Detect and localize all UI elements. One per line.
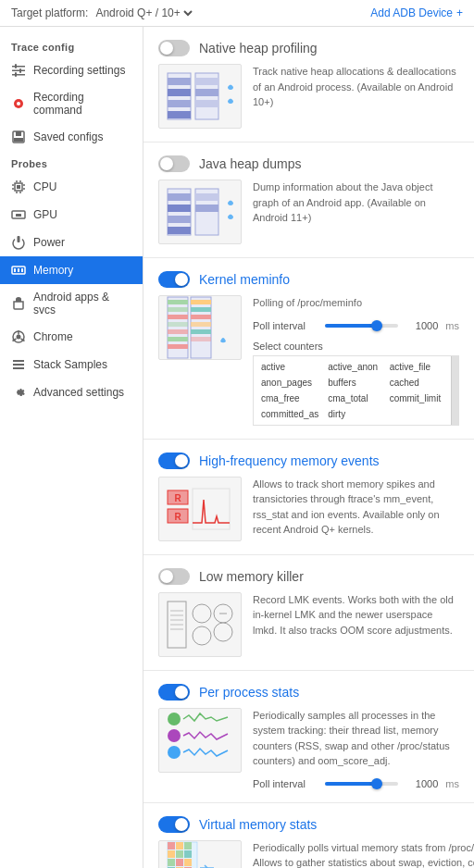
memory-icon — [11, 263, 26, 278]
counter-dirty[interactable]: dirty — [324, 407, 383, 421]
sidebar-item-memory[interactable]: Memory — [0, 256, 143, 284]
kernel-meminfo-description: Polling of /proc/meminfo — [253, 295, 459, 311]
svg-rect-9 — [16, 131, 21, 136]
sidebar-item-stack-samples[interactable]: Stack Samples — [0, 351, 143, 378]
svg-text:R: R — [174, 493, 181, 503]
gear-icon — [11, 385, 26, 400]
sidebar-item-gpu[interactable]: GPU — [0, 201, 143, 229]
poll-value: 1000 — [405, 320, 438, 331]
probe-low-memory-killer: Low memory killer — [143, 555, 474, 671]
content-row: Periodically polls virtual memory stats … — [158, 840, 459, 869]
native-heap-toggle[interactable] — [158, 40, 190, 56]
svg-rect-0 — [12, 66, 25, 68]
sidebar-item-android-apps[interactable]: Android apps & svcs — [0, 284, 143, 323]
sidebar-item-cpu[interactable]: CPU — [0, 173, 143, 201]
java-heap-title: Java heap dumps — [199, 156, 302, 171]
per-process-stats-toggle[interactable] — [158, 684, 190, 701]
per-process-stats-image — [158, 708, 242, 773]
stack-icon — [11, 357, 26, 372]
svg-rect-98 — [184, 859, 192, 866]
svg-text:R: R — [174, 512, 181, 522]
power-icon — [11, 235, 26, 250]
sidebar-label: Chrome — [33, 330, 73, 343]
java-heap-toggle[interactable] — [158, 155, 190, 172]
toggle-row: Kernel meminfo — [158, 271, 459, 288]
sidebar-item-advanced-settings[interactable]: Advanced settings — [0, 378, 143, 406]
counter-active[interactable]: active — [257, 360, 322, 374]
virtual-memory-stats-right: Periodically polls virtual memory stats … — [253, 840, 474, 869]
poll-unit: ms — [445, 778, 459, 789]
poll-value: 1000 — [405, 778, 438, 789]
svg-rect-42 — [168, 111, 191, 118]
sidebar-label: Power — [33, 236, 65, 249]
probe-per-process-stats: Per process stats — [143, 671, 474, 803]
sidebar-item-chrome[interactable]: Chrome — [0, 323, 143, 351]
sidebar-item-power[interactable]: Power — [0, 229, 143, 256]
counter-active-anon[interactable]: active_anon — [324, 360, 383, 374]
sidebar: Trace config Recording settings Recordin… — [0, 27, 143, 868]
svg-rect-97 — [176, 859, 183, 866]
svg-rect-58 — [168, 315, 188, 319]
low-memory-killer-description: Record LMK events. Works both with the o… — [253, 592, 459, 639]
toggle-row: Java heap dumps — [158, 155, 459, 172]
add-adb-button[interactable]: Add ADB Device + — [370, 6, 463, 19]
counter-cached[interactable]: cached — [386, 376, 445, 390]
svg-rect-12 — [17, 185, 20, 189]
counter-anon-pages[interactable]: anon_pages — [257, 376, 322, 390]
target-select[interactable]: Android Q+ / 10+ — [92, 6, 195, 20]
poll-row: Poll interval 1000 ms — [253, 778, 459, 789]
svg-rect-68 — [191, 329, 211, 334]
svg-rect-37 — [13, 367, 24, 369]
svg-rect-66 — [191, 315, 211, 319]
svg-rect-35 — [13, 360, 24, 362]
svg-rect-93 — [168, 850, 175, 858]
high-freq-memory-toggle[interactable] — [158, 453, 190, 469]
svg-rect-46 — [195, 100, 218, 107]
svg-point-85 — [214, 623, 232, 641]
poll-row: Poll interval 1000 ms — [253, 320, 459, 331]
svg-rect-22 — [16, 214, 21, 217]
svg-rect-57 — [168, 307, 188, 312]
toggle-knob — [175, 454, 188, 467]
poll-slider[interactable] — [325, 782, 398, 786]
virtual-memory-stats-description: Periodically polls virtual memory stats … — [253, 840, 474, 869]
toggle-row: Low memory killer — [158, 568, 459, 585]
counter-active-file[interactable]: active_file — [386, 360, 445, 374]
counter-committed-as[interactable]: committed_as — [257, 407, 322, 421]
sidebar-label: CPU — [33, 180, 56, 193]
probe-virtual-memory-stats: Virtual memory stats — [143, 803, 474, 869]
poll-slider[interactable] — [325, 324, 398, 328]
svg-rect-23 — [18, 236, 20, 242]
toggle-knob — [160, 157, 173, 170]
kernel-meminfo-toggle[interactable] — [158, 271, 190, 288]
sidebar-item-recording-command[interactable]: Recording command — [0, 84, 143, 123]
svg-rect-27 — [21, 268, 23, 272]
sidebar-item-recording-settings[interactable]: Recording settings — [0, 56, 143, 84]
sidebar-label: GPU — [33, 208, 57, 221]
sidebar-item-saved-configs[interactable]: Saved configs — [0, 123, 143, 151]
svg-rect-91 — [176, 842, 183, 849]
kernel-meminfo-image — [158, 295, 242, 360]
plus-icon: + — [456, 6, 463, 19]
virtual-memory-stats-image — [158, 840, 242, 869]
counter-cma-free[interactable]: cma_free — [257, 391, 322, 405]
toggle-knob — [175, 273, 188, 286]
svg-rect-94 — [176, 850, 183, 858]
toggle-knob — [175, 686, 188, 699]
poll-interval-label: Poll interval — [253, 778, 318, 789]
low-memory-killer-toggle[interactable] — [158, 568, 190, 585]
trace-config-label: Trace config — [0, 34, 143, 56]
content-row: Polling of /proc/meminfo Poll interval 1… — [158, 295, 459, 426]
sidebar-label: Recording settings — [33, 64, 125, 77]
counter-buffers[interactable]: buffers — [324, 376, 383, 390]
kernel-meminfo-title: Kernel meminfo — [199, 272, 290, 287]
low-memory-killer-image — [158, 592, 242, 657]
virtual-memory-stats-toggle[interactable] — [158, 816, 190, 833]
counter-commit-limit[interactable]: commit_limit — [386, 391, 445, 405]
svg-rect-92 — [184, 842, 192, 849]
counter-cma-total[interactable]: cma_total — [324, 391, 383, 405]
svg-rect-4 — [19, 68, 21, 73]
per-process-stats-title: Per process stats — [199, 685, 299, 700]
sidebar-label: Recording command — [33, 91, 131, 117]
cpu-icon — [11, 180, 26, 194]
